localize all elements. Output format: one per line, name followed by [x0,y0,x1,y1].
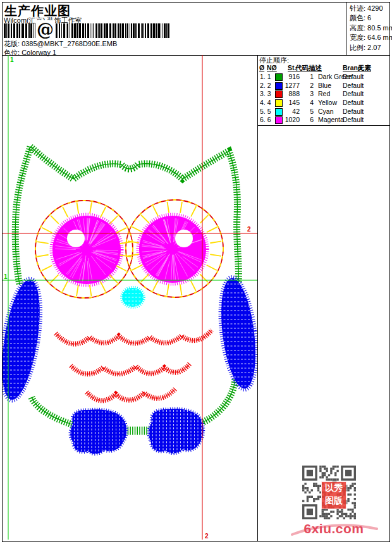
col-header-needle: NØ [267,64,277,71]
design-barcode: @ [4,23,176,38]
barcode-bar [16,23,18,38]
left-pupil [67,230,85,247]
stat-scale: 比例: 2.07 [350,43,392,53]
barcode-bar [118,23,119,38]
table-row: 6. 610206MagentaDefault [258,116,389,125]
table-cell: 1 [305,73,314,80]
table-cell: 3. 3 [260,90,271,97]
production-worksheet-page: { "header": { "title": "生产作业图", "studio"… [0,0,392,544]
table-cell: 5 [305,108,314,115]
table-body: 1. 19161Dark GreenDefault2. 212772BlueDe… [258,73,389,125]
barcode-bar [66,23,66,38]
guide-label-1-left: 1 [4,273,8,280]
table-cell: 2 [305,82,314,89]
barcode-bar [150,23,152,38]
table-cell: 916 [281,73,300,80]
barcode-bar [82,23,84,38]
barcode-bar [21,23,21,38]
stamp-text-bottom: 图版 [321,494,346,507]
table-cell: 3 [305,90,314,97]
table-cell: Default [343,73,364,80]
owl-right-eye [126,200,223,297]
table-cell: 6. 6 [260,116,271,123]
stamp-text-top: 以秀 [321,481,346,494]
belly-waves [56,330,212,400]
table-row: 3. 38883RedDefault [258,90,389,99]
barcode-bar [142,23,144,38]
barcode-bar [6,23,7,38]
barcode-bar [164,23,166,38]
barcode-bar [99,23,101,38]
table-cell: Red [318,90,330,97]
barcode-bar [114,23,116,38]
page-frame: 生产作业图 Wilcom(汇京) 装饰工作室 @ 花版: 0385@MBKT_2… [2,2,390,542]
table-cell: Default [343,116,364,123]
col-header-description: 描述 [309,64,322,73]
barcode-bar [13,23,15,38]
barcode-bar [147,23,149,38]
table-cell: 1. 1 [260,73,271,80]
guide-label-1-top: 1 [10,56,14,63]
table-cell: Magenta [318,116,344,123]
barcode-bar [156,23,157,38]
barcode-bar [104,23,106,38]
barcode-bar [11,23,12,38]
barcode-bar [106,23,108,38]
table-cell: Yellow [318,99,337,106]
stat-width: 宽度: 64.6 mm [350,33,392,42]
barcode-bar [120,23,121,38]
design-canvas: 1 1 2 2 [3,55,257,540]
owl-beak [121,287,144,307]
panel-divider [257,55,258,541]
barcode-bar [166,23,168,38]
barcode-bar [77,23,78,38]
barcode-bar [162,23,162,38]
table-row: 1. 19161Dark GreenDefault [258,73,389,82]
barcode-bar [130,23,130,38]
table-cell: 6 [305,116,314,123]
table-cell: Default [343,99,364,106]
owl-body-outline [32,380,235,431]
barcode-bar [125,23,126,38]
barcode-bar [145,23,146,38]
barcode-bar [67,23,68,38]
barcode-bar [56,23,57,38]
table-cell: Default [343,82,364,89]
table-cell: Default [343,90,364,97]
barcode-bar [58,23,58,38]
barcode-bar [98,23,99,38]
col-header-number: Ø [259,64,264,71]
owl-left-foot [70,409,126,454]
barcode-bar [70,23,70,38]
barcode-bar [93,23,94,38]
stat-stitches: 针迹: 4290 [350,4,392,13]
pattern-row: 花版: 0385@MBKT_2768D90E.EMB [4,39,117,49]
barcode-bar [161,23,161,38]
barcode-bar [4,23,6,38]
barcode-bar [59,23,60,38]
barcode-bar [22,23,24,38]
owl-right-foot [149,409,204,453]
barcode-bar [95,23,95,38]
barcode-bar [122,23,124,38]
barcode-bar [113,23,114,38]
stop-sequence-table: 停止顺序: Ø NØ St. 代码 描述 Brand 元素 1. 19161Da… [258,56,389,125]
barcode-bar [79,23,81,38]
barcode-bar [8,23,9,38]
table-header-row: Ø NØ St. 代码 描述 Brand 元素 [258,64,389,72]
barcode-bar [109,23,111,38]
table-cell: 1020 [281,116,300,123]
barcode-bar [101,23,102,38]
barcode-bar [133,23,135,38]
guide-label-2-right: 2 [247,226,251,233]
barcode-bar [74,23,76,38]
table-cell: 145 [281,99,300,106]
barcode-bar [92,23,92,38]
pattern-filename: 0385@MBKT_2768D90E.EMB [21,40,117,47]
design-stats: 针迹: 4290 颜色: 6 高度: 80.5 mm 宽度: 64.6 mm 比… [350,4,392,53]
barcode-bar [153,23,155,38]
barcode-bar [96,23,97,38]
barcode-bar [28,23,30,38]
barcode-bar [158,23,160,38]
header-divider [346,3,346,55]
